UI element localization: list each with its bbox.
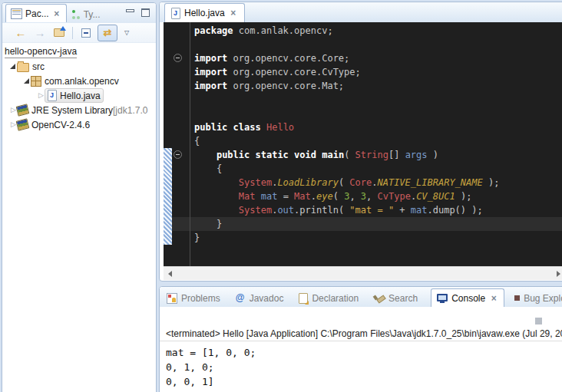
project-root-label: hello-opencv-java [5, 46, 77, 58]
range-indicator [164, 148, 172, 245]
tree-item-project-root[interactable]: hello-opencv-java [2, 44, 156, 59]
library-icon [16, 104, 30, 116]
console-tab-bug-explorer[interactable]: Bug Explorer [512, 289, 562, 307]
tree-item-jre-system-library[interactable]: JRE System Library [jdk1.7.0 [2, 103, 156, 117]
editor-panel: Hello.java package com.anlak.opencv;impo… [159, 2, 562, 282]
code-line: Mat mat = Mat.eye( 3, 3, CvType.CV_8UC1 … [164, 189, 562, 203]
console-tab-javadoc[interactable]: Javadoc [233, 289, 286, 307]
code-line: public class Hello [164, 120, 562, 134]
java-file-icon [171, 8, 180, 19]
view-tab-pac[interactable]: Pac... [5, 4, 67, 22]
console-tab-label: Declaration [312, 293, 359, 304]
tree-item-label: OpenCV-2.4.6 [31, 120, 90, 130]
console-toolbar-button[interactable] [535, 318, 542, 324]
forward-icon[interactable] [32, 26, 48, 40]
project-tree: hello-opencv-java srccom.anlak.opencvHel… [2, 43, 156, 132]
javadoc-icon [236, 293, 246, 303]
scroll-left-icon[interactable] [168, 271, 172, 277]
package-icon [31, 76, 41, 87]
console-output-line: 0, 1, 0; [166, 360, 562, 374]
java-file-icon [48, 90, 57, 101]
code-line: System.LoadLibrary( Core.NATIVE_LIBRARY_… [164, 176, 562, 189]
horizontal-scrollbar[interactable] [164, 266, 562, 280]
expander-open-icon[interactable] [10, 64, 15, 69]
console-output-line: 0, 0, 1] [166, 374, 562, 389]
console-tab-declaration[interactable]: Declaration [296, 289, 361, 307]
collapse-all-icon[interactable] [78, 26, 94, 40]
code-editor[interactable]: package com.anlak.opencv;import org.open… [164, 22, 562, 266]
code-line [164, 38, 562, 51]
tree-item-opencv-2-4-6[interactable]: OpenCV-2.4.6 [2, 117, 156, 132]
type-hierarchy-icon [71, 10, 81, 19]
back-icon[interactable] [13, 26, 28, 40]
problems-icon [167, 293, 177, 304]
library-icon [16, 118, 30, 130]
view-menu-icon[interactable] [121, 26, 132, 40]
console-tab-search[interactable]: Search [372, 289, 420, 307]
sidebar-tabbar: Pac...Ty... [2, 3, 156, 23]
link-with-editor-icon[interactable] [98, 25, 117, 41]
console-tab-label: Bug Explorer [524, 293, 562, 304]
code-line: System.out.println( "mat = " + mat.dump(… [164, 203, 562, 217]
code-line: public static void main( String[] args ) [164, 148, 562, 162]
view-tab-ty[interactable]: Ty... [67, 5, 105, 23]
console-panel: ProblemsJavadocDeclarationSearchConsoleB… [159, 286, 562, 392]
source-folder-icon [17, 63, 29, 72]
console-icon [437, 294, 448, 303]
eclipse-workbench: Pac...Ty... hello-opencv-java srccom.anl… [0, 0, 562, 392]
bug-icon [514, 295, 520, 301]
code-line: package com.anlak.opencv; [164, 24, 562, 38]
expander-open-icon[interactable] [24, 78, 29, 84]
search-icon [374, 293, 385, 303]
code-line [164, 107, 562, 120]
minimize-icon[interactable] [126, 8, 134, 16]
view-tab-label: Pac... [25, 8, 49, 19]
editor-tab-label: Hello.java [184, 8, 225, 18]
tree-item-hello-java[interactable]: Hello.java [2, 88, 156, 103]
close-icon[interactable] [489, 294, 498, 303]
code-line: import org.opencv.core.CvType; [164, 65, 562, 79]
code-line: import org.opencv.core.Core; [164, 51, 562, 65]
package-explorer-panel: Pac...Ty... hello-opencv-java srccom.anl… [2, 2, 157, 392]
package-explorer-icon [11, 8, 22, 19]
code-line: } [164, 217, 562, 231]
toolbar-divider [72, 27, 73, 39]
close-icon[interactable] [52, 9, 61, 18]
code-line: import org.opencv.core.Mat; [164, 79, 562, 93]
console-output[interactable]: mat = [1, 0, 0; 0, 1, 0; 0, 0, 1] [160, 341, 562, 389]
code-line [164, 93, 562, 107]
sidebar-toolbar [2, 23, 156, 43]
declaration-icon [299, 293, 308, 304]
tree-item-label: com.anlak.opencv [45, 76, 119, 87]
tree-item-com-anlak-opencv[interactable]: com.anlak.opencv [2, 74, 156, 88]
console-tab-label: Problems [181, 293, 220, 304]
console-tab-console[interactable]: Console [431, 288, 504, 307]
view-tab-label: Ty... [84, 9, 101, 20]
tree-item-src[interactable]: src [2, 59, 156, 74]
code-line: { [164, 162, 562, 176]
tree-item-label: src [32, 61, 45, 72]
editor-tab-hello-java[interactable]: Hello.java [164, 3, 245, 22]
panel-window-buttons [126, 8, 150, 16]
console-tabbar: ProblemsJavadocDeclarationSearchConsoleB… [160, 287, 562, 307]
scroll-right-icon[interactable] [557, 271, 560, 277]
tree-item-label: Hello.java [60, 91, 101, 101]
fold-collapse-icon[interactable] [174, 54, 182, 62]
code-line: } [164, 231, 562, 245]
up-icon[interactable] [51, 26, 67, 40]
fold-collapse-icon[interactable] [174, 150, 182, 159]
expander-closed-icon[interactable] [38, 92, 45, 99]
editor-tabbar: Hello.java [160, 2, 562, 22]
console-tab-label: Javadoc [250, 293, 284, 304]
tree-item-decoration: [jdk1.7.0 [113, 105, 147, 116]
maximize-icon[interactable] [141, 8, 150, 16]
close-icon[interactable] [229, 8, 238, 18]
console-tab-problems[interactable]: Problems [164, 289, 223, 307]
console-toolbar [160, 307, 562, 327]
console-process-header: <terminated> Hello [Java Application] C:… [160, 327, 562, 341]
console-tab-label: Search [388, 293, 418, 304]
code-line: { [164, 134, 562, 148]
gutter-divider [190, 22, 190, 266]
console-output-line: mat = [1, 0, 0; [166, 345, 562, 360]
tree-item-label: JRE System Library [31, 105, 113, 116]
